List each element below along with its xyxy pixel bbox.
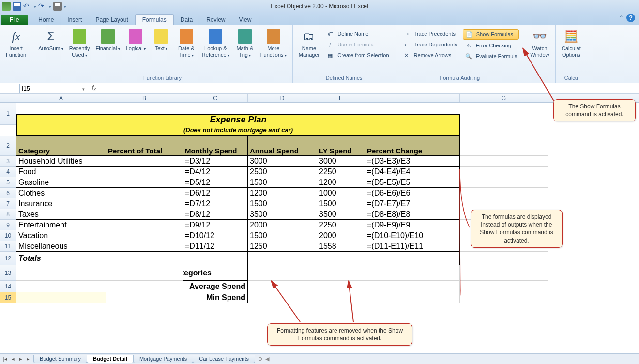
col-header-A[interactable]: A [16,94,106,102]
select-all-corner[interactable] [0,94,16,102]
cell-E6[interactable]: 1000 [317,188,365,198]
tab-review[interactable]: Review [199,15,232,25]
cell-E11[interactable]: 1558 [317,241,365,252]
text-button[interactable]: Text [149,26,174,52]
cell-D8[interactable]: 3500 [248,209,317,220]
lookup-reference-button[interactable]: Lookup & Reference [199,26,232,58]
col-header-D[interactable]: D [248,94,317,102]
row-header-8[interactable]: 8 [0,209,16,220]
cell-F14[interactable] [365,281,460,292]
header-ly-spend[interactable]: LY Spend [317,136,365,156]
row-header-15[interactable]: 15 [0,292,16,303]
sheet-tab-budget-summary[interactable]: Budget Summary [33,355,87,363]
cell-E8[interactable]: 3500 [317,209,365,220]
name-box-dropdown-icon[interactable] [82,85,85,92]
evaluate-formula-button[interactable]: 🔍Evaluate Formula [463,51,519,61]
minimize-ribbon-icon[interactable] [619,15,624,21]
file-tab[interactable]: File [1,15,28,25]
cell-C11[interactable]: =D11/12 [183,241,248,252]
cell-F6[interactable]: =(D6-E6)/E6 [365,188,460,198]
cell-G4[interactable] [460,167,548,177]
cell-D3[interactable]: 3000 [248,156,317,167]
trace-dependents-button[interactable]: ⇠Trace Dependents [401,40,459,49]
avg-spend-label[interactable]: Average Spend [183,281,248,292]
cell-B9[interactable] [106,220,183,230]
cell-C8[interactable]: =D8/12 [183,209,248,220]
insert-function-button[interactable]: fx Insert Function [3,26,29,58]
header-category[interactable]: Category [16,136,106,156]
cell-G2[interactable] [460,136,548,156]
cell-E10[interactable]: 2000 [317,230,365,241]
cell-D10[interactable]: 1500 [248,230,317,241]
name-box[interactable]: I15 [19,84,87,93]
row-header-6[interactable]: 6 [0,188,16,198]
logical-button[interactable]: Logical [123,26,149,52]
header-percent-change[interactable]: Percent Change [365,136,460,156]
cell-G3[interactable] [460,156,548,167]
use-in-formula-button[interactable]: ƒUse in Formula [324,40,390,49]
cell-D12[interactable] [248,252,317,265]
row-header-2[interactable]: 2 [0,136,16,156]
cell-A8[interactable]: Taxes [16,209,106,220]
cell-G5[interactable] [460,177,548,188]
cell-B10[interactable] [106,230,183,241]
cell-D9[interactable]: 2000 [248,220,317,230]
cell-E5[interactable]: 1200 [317,177,365,188]
watch-window-button[interactable]: 👓Watch Window [527,26,552,58]
cell-C4[interactable]: =D4/12 [183,167,248,177]
tab-view[interactable]: View [232,15,259,25]
sheet-nav-first-icon[interactable]: |◂ [2,356,9,362]
cell-A13[interactable] [16,265,106,281]
cell-C9[interactable]: =D9/12 [183,220,248,230]
qat-customize-dropdown[interactable] [64,3,66,10]
cell-C5[interactable]: =D5/12 [183,177,248,188]
cell-F12[interactable] [365,252,460,265]
row-header-13[interactable]: 13 [0,265,16,281]
trace-precedents-button[interactable]: ⇢Trace Precedents [401,29,459,39]
cell-D4[interactable]: 2500 [248,167,317,177]
row-header-4[interactable]: 4 [0,167,16,177]
tab-formulas[interactable]: Formulas [135,14,174,25]
sheet-nav-next-icon[interactable]: ▸ [17,356,24,362]
cell-A7[interactable]: Insurance [16,198,106,209]
name-manager-button[interactable]: 🗂Name Manager [296,26,322,58]
financial-button[interactable]: Financial [92,26,122,52]
show-formulas-button[interactable]: 📄Show Formulas [463,29,519,40]
remove-arrows-button[interactable]: ✕Remove Arrows [401,50,459,60]
more-functions-button[interactable]: More Functions [258,26,289,58]
cell-B12[interactable] [106,252,183,265]
header-percent-total[interactable]: Percent of Total [106,136,183,156]
undo-icon[interactable] [23,2,32,11]
cell-D15[interactable] [248,292,317,303]
print-icon[interactable] [53,2,62,11]
cell-F5[interactable]: =(D5-E5)/E5 [365,177,460,188]
undo-dropdown[interactable] [34,3,36,10]
cell-B3[interactable] [106,156,183,167]
cell-G6[interactable] [460,188,548,198]
cell-E15[interactable] [317,292,365,303]
header-annual-spend[interactable]: Annual Spend [248,136,317,156]
cell-A10[interactable]: Vacation [16,230,106,241]
cell-G13[interactable] [460,265,548,281]
redo-dropdown[interactable] [49,3,51,10]
cell-B15[interactable] [106,292,183,303]
cell-B8[interactable] [106,209,183,220]
cell-A3[interactable]: Household Utilities [16,156,106,167]
help-icon[interactable]: ? [626,14,635,22]
cell-B7[interactable] [106,198,183,209]
col-header-C[interactable]: C [183,94,248,102]
cell-D5[interactable]: 1500 [248,177,317,188]
grid-body[interactable]: 1 Expense Plan (Does not include mortgag… [0,103,639,303]
error-checking-button[interactable]: ⚠Error Checking [463,41,519,50]
col-header-B[interactable]: B [106,94,183,102]
cell-G14[interactable] [460,281,548,292]
cell-F7[interactable]: =(D7-E7)/E7 [365,198,460,209]
min-spend-label[interactable]: Min Spend [183,292,248,303]
cell-G7[interactable] [460,198,548,209]
sheet-nav-prev-icon[interactable]: ◂ [10,356,16,362]
math-trig-button[interactable]: Math & Trig [232,26,258,58]
cell-D6[interactable]: 1200 [248,188,317,198]
cell-B5[interactable] [106,177,183,188]
cell-B14[interactable] [106,281,183,292]
cell-A15[interactable] [16,292,106,303]
